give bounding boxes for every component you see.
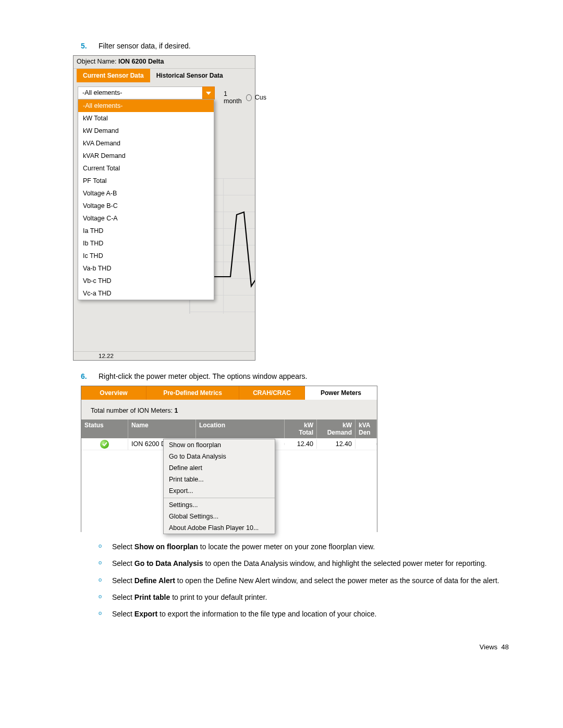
sub-option-list: o Select Show on floorplan to locate the…	[99, 541, 511, 619]
step-5-text: Filter sensor data, if desired.	[99, 42, 511, 50]
tab-overview[interactable]: Overview	[81, 386, 146, 400]
element-filter-row: -All elements- -All elements- kW Total k…	[78, 87, 255, 100]
ctx-go-to-data-analysis[interactable]: Go to Data Analysis	[164, 451, 275, 462]
col-location[interactable]: Location	[196, 419, 285, 438]
step-6: 6. Right-click the power meter object. T…	[81, 372, 511, 380]
b1-pre: Select	[112, 542, 134, 551]
sensor-tabs: Current Sensor Data Historical Sensor Da…	[74, 69, 255, 82]
tab-historical-sensor-data[interactable]: Historical Sensor Data	[150, 69, 229, 82]
sub-item-define-alert: o Select Define Alert to open the Define…	[99, 575, 511, 586]
chart-bottom-value: 12.22	[74, 351, 255, 360]
dd-option-voltage-b-c[interactable]: Voltage B-C	[78, 200, 214, 212]
element-filter-dropdown-list: -All elements- kW Total kW Demand kVA De…	[78, 99, 214, 300]
b1-bold: Show on floorplan	[134, 542, 198, 551]
dd-option-voltage-a-b[interactable]: Voltage A-B	[78, 187, 214, 200]
ctx-show-on-floorplan[interactable]: Show on floorplan	[164, 439, 275, 451]
dd-option-kw-total[interactable]: kW Total	[78, 112, 214, 125]
b2-bold: Go to Data Analysis	[134, 559, 203, 567]
element-filter-input[interactable]: -All elements-	[78, 87, 203, 100]
footer-page: 48	[501, 643, 509, 651]
bullet-mark: o	[99, 559, 112, 565]
total-meters-label: Total number of ION Meters:	[91, 407, 173, 414]
total-meters-line: Total number of ION Meters: 1	[81, 400, 377, 419]
row-kva-demand	[356, 443, 377, 445]
dd-option-vc-a-thd[interactable]: Vc-a THD	[78, 287, 214, 300]
bullet-mark: o	[99, 576, 112, 583]
ctx-separator	[164, 498, 275, 498]
ctx-print-table[interactable]: Print table...	[164, 474, 275, 485]
row-kw-total: 12.40	[285, 439, 317, 449]
dd-option-kw-demand[interactable]: kW Demand	[78, 125, 214, 137]
time-cus-label: Cus	[255, 94, 266, 101]
row-kw-demand: 12.40	[317, 439, 356, 449]
ctx-define-alert[interactable]: Define alert	[164, 462, 275, 474]
table-header: Status Name Location kW Total kW Demand …	[81, 419, 377, 438]
page-footer: Views 48	[81, 643, 511, 651]
tab-pre-defined-metrics[interactable]: Pre-Defined Metrics	[146, 386, 239, 400]
col-kw-demand[interactable]: kW Demand	[317, 419, 356, 438]
sub-item-print-table: o Select Print table to print to your de…	[99, 592, 511, 602]
main-tabs: Overview Pre-Defined Metrics CRAH/CRAC P…	[81, 386, 377, 400]
col-name[interactable]: Name	[128, 419, 196, 438]
col-kw-total[interactable]: kW Total	[285, 419, 317, 438]
dd-option-kva-demand[interactable]: kVA Demand	[78, 137, 214, 150]
dd-option-ib-thd[interactable]: Ib THD	[78, 237, 214, 250]
b4-post: to print to your default printer.	[170, 593, 267, 601]
dd-option-ic-thd[interactable]: Ic THD	[78, 250, 214, 262]
b5-bold: Export	[134, 610, 157, 618]
tab-power-meters[interactable]: Power Meters	[305, 386, 377, 400]
b4-pre: Select	[112, 593, 134, 601]
bullet-mark: o	[99, 610, 112, 616]
bullet-mark: o	[99, 593, 112, 599]
b3-bold: Define Alert	[134, 576, 175, 585]
object-name-row: Object Name: ION 6200 Delta	[74, 56, 255, 69]
col-status[interactable]: Status	[81, 419, 128, 438]
b2-post: to open the Data Analysis window, and hi…	[203, 559, 487, 567]
status-ok-icon	[100, 440, 109, 449]
dd-option-current-total[interactable]: Current Total	[78, 162, 214, 175]
dd-option-voltage-c-a[interactable]: Voltage C-A	[78, 212, 214, 225]
tab-current-sensor-data[interactable]: Current Sensor Data	[77, 69, 150, 82]
ctx-settings[interactable]: Settings...	[164, 499, 275, 511]
step-6-number: 6.	[81, 372, 99, 380]
step-5: 5. Filter sensor data, if desired.	[81, 42, 511, 50]
ctx-global-settings[interactable]: Global Settings...	[164, 511, 275, 522]
object-name-value: ION 6200 Delta	[118, 58, 164, 65]
chevron-down-icon	[206, 92, 211, 95]
dd-option-pf-total[interactable]: PF Total	[78, 175, 214, 187]
context-menu: Show on floorplan Go to Data Analysis De…	[163, 439, 275, 534]
step-5-number: 5.	[81, 42, 99, 50]
dd-option-kvar-demand[interactable]: kVAR Demand	[78, 150, 214, 162]
dd-option-va-b-thd[interactable]: Va-b THD	[78, 262, 214, 275]
object-name-label: Object Name:	[77, 58, 116, 65]
sub-item-go-to-data-analysis: o Select Go to Data Analysis to open the…	[99, 558, 511, 569]
ctx-about-flash[interactable]: About Adobe Flash Player 10...	[164, 522, 275, 534]
col-kva-demand[interactable]: kVA Den	[356, 419, 377, 438]
dd-option-all-elements[interactable]: -All elements-	[78, 100, 214, 112]
sub-item-show-on-floorplan: o Select Show on floorplan to locate the…	[99, 541, 511, 552]
b4-bold: Print table	[134, 593, 170, 601]
svg-marker-0	[206, 92, 211, 95]
sub-item-export: o Select Export to export the informatio…	[99, 609, 511, 619]
total-meters-value: 1	[175, 407, 178, 414]
element-filter-dropdown-button[interactable]	[202, 87, 215, 100]
b1-post: to locate the power meter on your zone f…	[198, 542, 375, 551]
dd-option-vb-c-thd[interactable]: Vb-c THD	[78, 275, 214, 287]
sensor-data-screenshot: Object Name: ION 6200 Delta Current Sens…	[73, 55, 255, 361]
footer-section: Views	[480, 643, 497, 651]
b5-pre: Select	[112, 610, 134, 618]
b5-post: to export the information to the file ty…	[157, 610, 376, 618]
ctx-export[interactable]: Export...	[164, 485, 275, 497]
step-6-text: Right-click the power meter object. The …	[99, 372, 511, 380]
tab-crah-crac[interactable]: CRAH/CRAC	[239, 386, 305, 400]
b2-pre: Select	[112, 559, 134, 567]
dd-option-ia-thd[interactable]: Ia THD	[78, 225, 214, 237]
bullet-mark: o	[99, 542, 112, 549]
b3-post: to open the Define New Alert window, and…	[175, 576, 499, 585]
power-meter-table-screenshot: Overview Pre-Defined Metrics CRAH/CRAC P…	[81, 386, 377, 532]
b3-pre: Select	[112, 576, 134, 585]
